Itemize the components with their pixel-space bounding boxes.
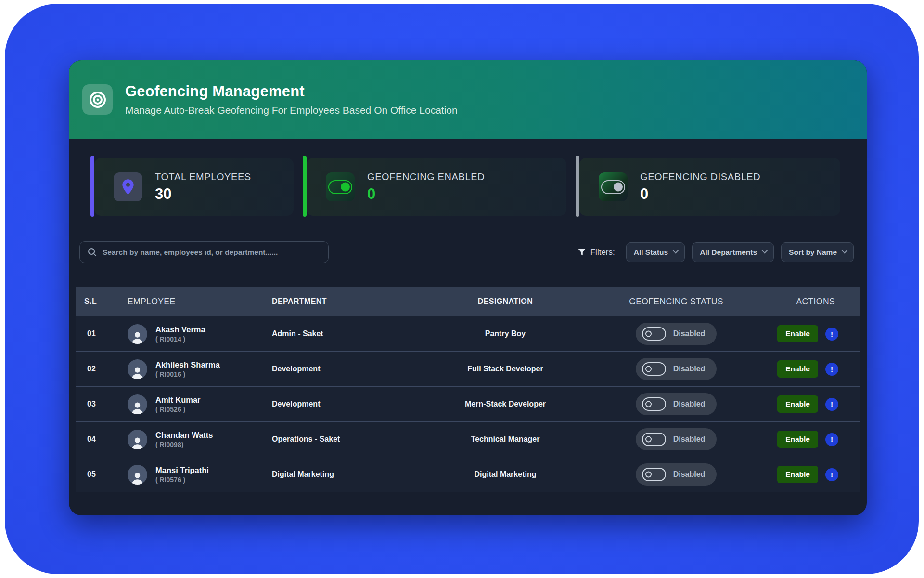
row-serial: 02 — [76, 365, 128, 373]
toggle-off-icon — [642, 327, 666, 341]
status-label: Disabled — [673, 435, 706, 444]
status-label: Disabled — [673, 400, 706, 408]
status-toggle[interactable]: Disabled — [636, 323, 717, 345]
search-icon — [88, 248, 97, 257]
search-box[interactable] — [79, 241, 329, 263]
enable-button[interactable]: Enable — [777, 431, 818, 448]
location-pin-icon — [114, 172, 142, 201]
department-filter-dropdown[interactable]: All Departments — [692, 242, 774, 262]
info-icon[interactable]: ! — [825, 398, 838, 411]
enable-button[interactable]: Enable — [777, 395, 818, 413]
avatar — [128, 394, 147, 414]
table-row: 05 Mansi Tripathi ( RI0576 ) Digital Mar… — [76, 457, 860, 492]
stat-label: GEOFENCING ENABLED — [367, 171, 485, 183]
stats-row: TOTAL EMPLOYEES 30 GEOFENCING ENABLED 0 — [69, 139, 867, 216]
employee-id: ( RI0014 ) — [155, 335, 205, 343]
designation-cell: Pantry Boy — [426, 329, 585, 338]
toggle-off-icon — [642, 433, 666, 446]
stat-label: GEOFENCING DISABLED — [640, 171, 760, 183]
column-header-sl: S.L — [76, 297, 128, 306]
stat-card-geofencing-disabled: GEOFENCING DISABLED 0 — [579, 158, 840, 216]
search-input[interactable] — [103, 248, 321, 257]
status-toggle[interactable]: Disabled — [636, 463, 717, 486]
row-serial: 03 — [76, 400, 128, 408]
designation-cell: Digital Marketing — [426, 470, 585, 479]
employee-name: Akash Verma — [155, 325, 205, 334]
employee-id: ( RI0576 ) — [155, 476, 209, 484]
page-background-frame: Geofencing Management Manage Auto-Break … — [5, 4, 919, 574]
table-header: S.L EMPLOYEE DEPARTMENT DESIGNATION GEOF… — [76, 287, 860, 316]
table-row: 04 Chandan Watts ( RI0098) Operations - … — [76, 422, 860, 457]
employee-name: Chandan Watts — [155, 431, 213, 440]
designation-cell: Mern-Stack Developer — [426, 400, 585, 408]
toggle-off-icon — [642, 397, 666, 411]
department-cell: Development — [272, 365, 426, 373]
info-icon[interactable]: ! — [825, 328, 838, 341]
table-row: 01 Akash Verma ( RI0014 ) Admin - Saket … — [76, 316, 860, 352]
employee-id: ( RI0526 ) — [155, 406, 201, 413]
toggle-off-icon — [599, 172, 628, 201]
department-cell: Development — [272, 400, 426, 408]
status-filter-dropdown[interactable]: All Status — [626, 242, 685, 262]
status-toggle[interactable]: Disabled — [636, 358, 717, 380]
table-row: 03 Amit Kumar ( RI0526 ) Development Mer… — [76, 387, 860, 422]
department-cell: Operations - Saket — [272, 435, 426, 444]
page-subtitle: Manage Auto-Break Geofencing For Employe… — [125, 105, 458, 116]
geofencing-management-panel: Geofencing Management Manage Auto-Break … — [69, 60, 867, 515]
stat-label: TOTAL EMPLOYEES — [155, 171, 251, 183]
department-cell: Admin - Saket — [272, 329, 426, 338]
row-serial: 01 — [76, 329, 128, 338]
employee-name: Akhilesh Sharma — [155, 360, 220, 369]
info-icon[interactable]: ! — [825, 468, 838, 481]
status-toggle[interactable]: Disabled — [636, 428, 717, 450]
designation-cell: Full Stack Developer — [426, 365, 585, 373]
employee-id: ( RI0098) — [155, 441, 213, 448]
filter-icon — [578, 248, 586, 256]
employee-table: S.L EMPLOYEE DEPARTMENT DESIGNATION GEOF… — [76, 287, 860, 492]
column-header-designation: DESIGNATION — [426, 297, 585, 306]
status-label: Disabled — [673, 329, 706, 338]
avatar — [128, 430, 147, 449]
enable-button[interactable]: Enable — [777, 360, 818, 378]
avatar — [128, 359, 147, 379]
stat-card-total-employees: TOTAL EMPLOYEES 30 — [94, 158, 294, 216]
toggle-off-icon — [642, 362, 666, 376]
page-header: Geofencing Management Manage Auto-Break … — [69, 60, 867, 139]
stat-value: 0 — [640, 185, 760, 203]
dropdown-value: Sort by Name — [789, 248, 837, 257]
employee-name: Amit Kumar — [155, 395, 201, 405]
column-header-employee: EMPLOYEE — [128, 297, 272, 307]
status-toggle[interactable]: Disabled — [636, 393, 717, 415]
column-header-geofencing-status: GEOFENCING STATUS — [585, 297, 768, 307]
page-title: Geofencing Management — [125, 83, 458, 100]
toggle-off-icon — [642, 468, 666, 481]
designation-cell: Technical Manager — [426, 435, 585, 444]
target-icon — [82, 84, 113, 115]
employee-name: Mansi Tripathi — [155, 466, 209, 475]
status-label: Disabled — [673, 365, 706, 373]
row-serial: 04 — [76, 435, 128, 444]
dropdown-value: All Departments — [700, 248, 757, 257]
enable-button[interactable]: Enable — [777, 325, 818, 342]
stat-value: 0 — [367, 185, 485, 203]
column-header-actions: ACTIONS — [768, 297, 860, 307]
info-icon[interactable]: ! — [825, 363, 838, 376]
filters-label: Filters: — [578, 248, 615, 257]
table-body: 01 Akash Verma ( RI0014 ) Admin - Saket … — [76, 316, 860, 492]
stat-card-geofencing-enabled: GEOFENCING ENABLED 0 — [307, 158, 566, 216]
employee-id: ( RI0016 ) — [155, 370, 220, 378]
enable-button[interactable]: Enable — [777, 466, 818, 483]
table-row: 02 Akhilesh Sharma ( RI0016 ) Developmen… — [76, 352, 860, 387]
row-serial: 05 — [76, 470, 128, 479]
avatar — [128, 465, 147, 485]
status-label: Disabled — [673, 470, 706, 479]
toggle-on-icon — [326, 172, 355, 201]
chevron-down-icon — [842, 248, 848, 254]
chevron-down-icon — [762, 248, 768, 254]
avatar — [128, 324, 147, 344]
info-icon[interactable]: ! — [825, 433, 838, 446]
column-header-department: DEPARTMENT — [272, 297, 426, 306]
sort-dropdown[interactable]: Sort by Name — [781, 242, 854, 262]
department-cell: Digital Marketing — [272, 470, 426, 479]
stat-value: 30 — [155, 185, 251, 203]
